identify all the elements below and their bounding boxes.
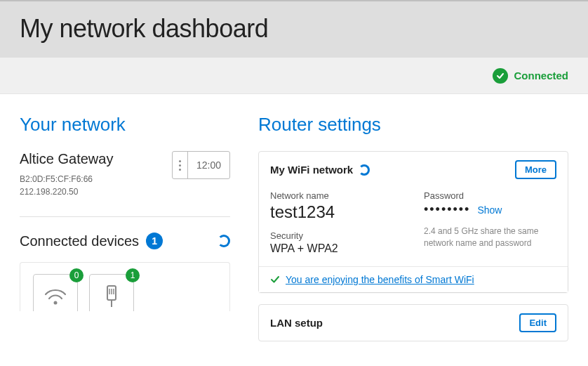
gateway-mac: B2:0D:F5:CF:F6:66 (20, 173, 113, 185)
your-network-heading: Your network (20, 114, 230, 136)
router-settings-heading: Router settings (258, 114, 568, 136)
network-name-value: test1234 (270, 202, 403, 222)
wifi-card: My WiFi network More Network name test12… (258, 151, 568, 293)
clock-widget[interactable]: 12:00 (172, 151, 230, 179)
wifi-card-title: My WiFi network (270, 164, 353, 176)
password-masked: •••••••• (424, 202, 470, 217)
lan-card: LAN setup Edit (258, 304, 568, 341)
page-title: My network dashboard (20, 14, 568, 44)
ethernet-icon (103, 285, 120, 308)
gateway-name: Altice Gateway (20, 151, 113, 167)
clock-menu-icon[interactable] (173, 152, 188, 178)
devices-panel: 0 1 (20, 262, 230, 311)
router-settings-column: Router settings My WiFi network More Net… (258, 114, 568, 353)
wifi-icon (44, 287, 67, 306)
device-card-wifi[interactable]: 0 (33, 274, 78, 311)
status-bar: Connected (0, 58, 588, 94)
show-password-link[interactable]: Show (477, 204, 502, 216)
refresh-wifi-icon[interactable] (359, 164, 370, 176)
device-badge: 0 (69, 268, 83, 282)
device-card-ethernet[interactable]: 1 (89, 274, 134, 311)
connected-devices-count: 1 (146, 233, 163, 249)
device-badge: 1 (126, 268, 140, 282)
check-icon (270, 275, 280, 285)
connected-devices-title: Connected devices (20, 233, 139, 249)
network-name-label: Network name (270, 190, 403, 201)
your-network-column: Your network Altice Gateway B2:0D:F5:CF:… (20, 114, 230, 353)
band-note: 2.4 and 5 GHz share the same network nam… (424, 226, 556, 249)
gateway-block: Altice Gateway B2:0D:F5:CF:F6:66 212.198… (20, 151, 230, 217)
smart-wifi-link[interactable]: You are enjoying the benefits of Smart W… (286, 274, 474, 285)
status-label: Connected (514, 70, 568, 81)
lan-card-title: LAN setup (270, 317, 323, 329)
gateway-ip: 212.198.220.50 (20, 185, 113, 198)
more-button[interactable]: More (515, 160, 556, 179)
security-value: WPA + WPA2 (270, 242, 403, 255)
header: My network dashboard (0, 0, 588, 58)
connected-check-icon (493, 68, 508, 84)
edit-button[interactable]: Edit (519, 313, 556, 332)
clock-time: 12:00 (188, 159, 229, 171)
connected-devices-header: Connected devices 1 (20, 233, 230, 249)
svg-point-0 (54, 301, 58, 305)
password-label: Password (424, 190, 556, 201)
security-label: Security (270, 230, 403, 241)
refresh-devices-icon[interactable] (218, 235, 230, 247)
smart-wifi-banner: You are enjoying the benefits of Smart W… (259, 266, 568, 292)
